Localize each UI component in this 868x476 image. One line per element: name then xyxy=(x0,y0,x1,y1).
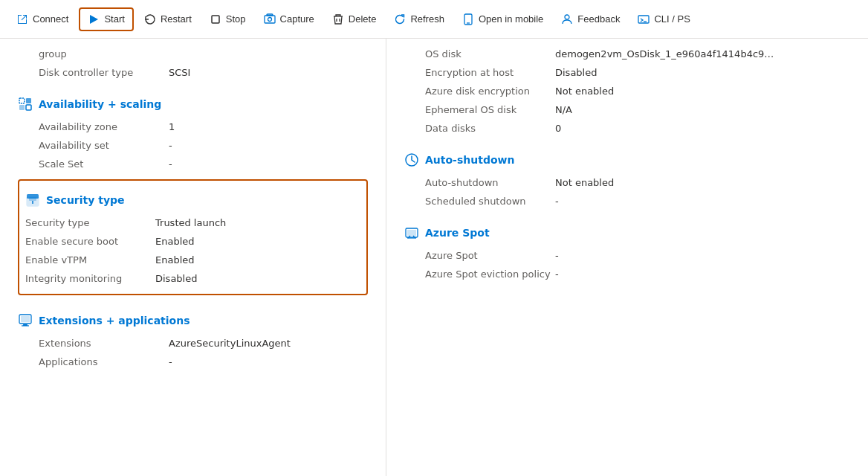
azure-disk-value: Not enabled xyxy=(555,86,850,97)
applications-label: Applications xyxy=(39,356,169,367)
open-mobile-button[interactable]: Open in mobile xyxy=(455,9,551,30)
connect-icon xyxy=(16,13,28,25)
autoshutdown-row: Auto-shutdown Not enabled xyxy=(404,173,850,192)
extensions-header: Extensions + applications xyxy=(18,304,368,334)
svg-rect-12 xyxy=(19,98,25,103)
scale-set-value: - xyxy=(169,158,368,170)
delete-button[interactable]: Delete xyxy=(325,9,384,30)
feedback-button[interactable]: Feedback xyxy=(554,9,627,30)
capture-button[interactable]: Capture xyxy=(256,9,322,30)
azure-spot-eviction-row: Azure Spot eviction policy - xyxy=(404,265,850,283)
azure-spot-eviction-label: Azure Spot eviction policy xyxy=(425,268,555,280)
main-content: group Disk controller type SCSI Availabi xyxy=(0,39,868,476)
integrity-value: Disabled xyxy=(155,273,360,284)
availability-set-row: Availability set - xyxy=(18,136,368,155)
secure-boot-row: Enable secure boot Enabled xyxy=(25,232,360,251)
security-type-label: Security type xyxy=(25,217,155,228)
scale-set-row: Scale Set - xyxy=(18,155,368,173)
disk-controller-value: SCSI xyxy=(169,67,368,78)
vtpm-row: Enable vTPM Enabled xyxy=(25,251,360,269)
autoshutdown-section: Auto-shutdown Auto-shutdown Not enabled … xyxy=(404,144,850,210)
azure-spot-header: Azure Spot xyxy=(404,216,850,246)
toolbar: Connect Start Restart Stop xyxy=(0,0,868,39)
availability-zone-value: 1 xyxy=(169,121,368,132)
azure-spot-title: Azure Spot xyxy=(425,227,490,239)
os-disk-row: OS disk demogen2vm_OsDisk_1_e960a4f1414b… xyxy=(404,45,850,63)
feedback-icon xyxy=(561,13,573,25)
start-label: Start xyxy=(104,13,124,25)
group-label: group xyxy=(39,48,169,60)
svg-point-9 xyxy=(565,15,569,19)
connect-button[interactable]: Connect xyxy=(9,9,76,30)
applications-value: - xyxy=(169,356,368,367)
vtpm-label: Enable vTPM xyxy=(25,254,155,266)
availability-icon xyxy=(18,97,33,112)
stop-button[interactable]: Stop xyxy=(202,9,253,30)
svg-rect-26 xyxy=(407,230,416,236)
scale-set-label: Scale Set xyxy=(39,158,169,170)
ephemeral-label: Ephemeral OS disk xyxy=(425,104,555,115)
extensions-title: Extensions + applications xyxy=(39,315,190,327)
extensions-value: AzureSecurityLinuxAgent xyxy=(169,338,368,349)
azure-disk-label: Azure disk encryption xyxy=(425,86,555,97)
availability-zone-row: Availability zone 1 xyxy=(18,118,368,136)
stop-label: Stop xyxy=(226,13,246,25)
applications-row: Applications - xyxy=(18,353,368,371)
autoshutdown-title: Auto-shutdown xyxy=(425,154,514,166)
azure-spot-row: Azure Spot - xyxy=(404,246,850,265)
refresh-button[interactable]: Refresh xyxy=(386,9,452,30)
data-disks-value: 0 xyxy=(555,123,850,134)
availability-set-label: Availability set xyxy=(39,140,169,151)
availability-section: Availability + scaling Availability zone… xyxy=(18,88,368,173)
security-section-title: Security type xyxy=(46,194,125,206)
cli-icon xyxy=(638,13,650,25)
security-type-row: Security type Trusted launch xyxy=(25,213,360,232)
start-icon xyxy=(88,13,100,25)
os-disk-section: OS disk demogen2vm_OsDisk_1_e960a4f1414b… xyxy=(404,39,850,138)
integrity-row: Integrity monitoring Disabled xyxy=(25,269,360,288)
open-mobile-label: Open in mobile xyxy=(479,13,543,25)
cli-button[interactable]: CLI / PS xyxy=(630,9,697,30)
secure-boot-label: Enable secure boot xyxy=(25,236,155,247)
autoshutdown-value: Not enabled xyxy=(555,177,850,188)
os-disk-value: demogen2vm_OsDisk_1_e960a4f1414b4c968103… xyxy=(555,48,778,60)
capture-label: Capture xyxy=(280,13,314,25)
encryption-value: Disabled xyxy=(555,67,850,78)
svg-rect-14 xyxy=(19,105,25,110)
scheduled-shutdown-value: - xyxy=(555,196,850,207)
security-section-header: Security type xyxy=(25,184,360,213)
scheduled-shutdown-row: Scheduled shutdown - xyxy=(404,192,850,210)
azure-disk-row: Azure disk encryption Not enabled xyxy=(404,82,850,100)
svg-rect-18 xyxy=(27,194,39,199)
security-type-value: Trusted launch xyxy=(155,217,360,228)
start-button[interactable]: Start xyxy=(79,7,133,31)
disk-controller-label: Disk controller type xyxy=(39,67,169,78)
security-section-box: Security type Security type Trusted laun… xyxy=(18,179,368,295)
group-row: group xyxy=(18,45,368,63)
restart-button[interactable]: Restart xyxy=(137,9,199,30)
svg-rect-2 xyxy=(265,16,275,23)
svg-rect-13 xyxy=(26,98,31,103)
extensions-row: Extensions AzureSecurityLinuxAgent xyxy=(18,334,368,353)
data-disks-row: Data disks 0 xyxy=(404,119,850,138)
integrity-label: Integrity monitoring xyxy=(25,273,155,284)
refresh-label: Refresh xyxy=(410,13,444,25)
svg-rect-1 xyxy=(212,16,219,23)
top-section: group Disk controller type SCSI xyxy=(18,39,368,82)
azure-spot-label: Azure Spot xyxy=(425,250,555,261)
availability-header: Availability + scaling xyxy=(18,88,368,118)
svg-rect-15 xyxy=(26,105,31,110)
stop-icon xyxy=(210,13,221,25)
vtpm-value: Enabled xyxy=(155,254,360,266)
encryption-row: Encryption at host Disabled xyxy=(404,63,850,82)
left-panel: group Disk controller type SCSI Availabi xyxy=(0,39,386,476)
delete-icon xyxy=(332,13,344,25)
restart-label: Restart xyxy=(161,13,192,25)
refresh-icon xyxy=(394,13,406,25)
availability-set-value: - xyxy=(169,140,368,151)
security-icon xyxy=(25,193,40,208)
svg-rect-3 xyxy=(267,14,273,16)
restart-icon xyxy=(144,13,156,25)
azure-spot-eviction-value: - xyxy=(555,268,850,280)
open-mobile-icon xyxy=(462,13,474,25)
